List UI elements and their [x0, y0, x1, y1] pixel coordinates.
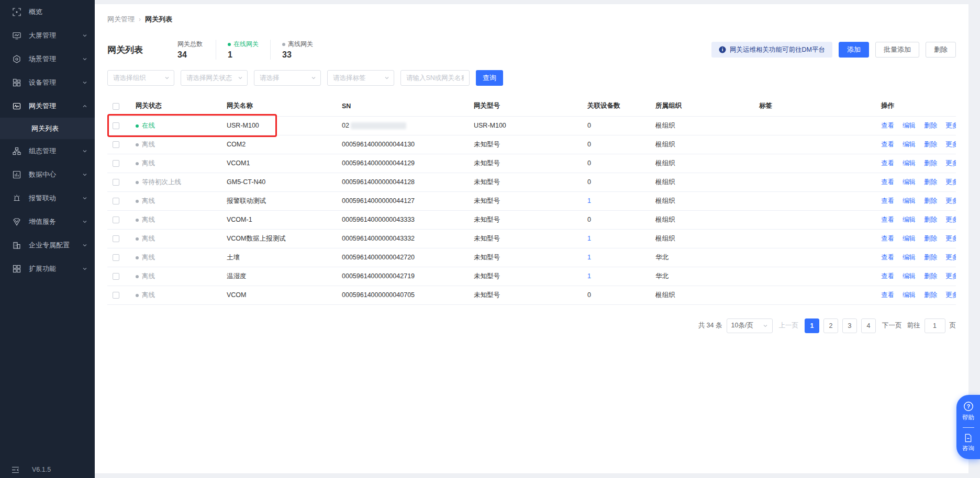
collapse-sidebar-icon[interactable] [12, 466, 19, 473]
action-more[interactable]: 更多 [945, 216, 956, 223]
gateway-status: 离线 [142, 272, 155, 280]
sn-search-input[interactable] [400, 70, 470, 86]
action-view[interactable]: 查看 [881, 160, 894, 167]
action-delete[interactable]: 删除 [924, 272, 937, 280]
sidebar-item-2[interactable]: 场景管理 [0, 47, 95, 71]
action-more[interactable]: 更多 [945, 122, 956, 129]
action-edit[interactable]: 编辑 [903, 216, 916, 223]
status-dot [136, 294, 139, 297]
org-select[interactable]: 请选择组织 [107, 70, 174, 86]
dm-platform-notice[interactable]: i 网关运维相关功能可前往DM平台 [711, 42, 832, 58]
action-view[interactable]: 查看 [881, 216, 894, 223]
action-more[interactable]: 更多 [945, 235, 956, 242]
action-view[interactable]: 查看 [881, 235, 894, 242]
svg-text:?: ? [966, 403, 970, 409]
row-checkbox[interactable] [113, 160, 119, 167]
action-edit[interactable]: 编辑 [903, 122, 916, 129]
action-more[interactable]: 更多 [945, 141, 956, 148]
action-view[interactable]: 查看 [881, 197, 894, 204]
row-checkbox[interactable] [113, 122, 119, 129]
goto-page-input[interactable] [925, 318, 945, 333]
delete-button[interactable]: 删除 [926, 42, 956, 58]
sidebar-subitem[interactable]: 网关列表 [0, 118, 95, 139]
breadcrumb-parent[interactable]: 网关管理 [107, 15, 135, 24]
page-button-1[interactable]: 1 [805, 318, 819, 333]
gateway-status-select[interactable]: 请选择网关状态 [181, 70, 248, 86]
page-button-4[interactable]: 4 [861, 318, 876, 333]
action-delete[interactable]: 删除 [924, 254, 937, 261]
row-checkbox[interactable] [113, 141, 119, 148]
action-more[interactable]: 更多 [945, 197, 956, 204]
row-checkbox[interactable] [113, 235, 119, 242]
add-button[interactable]: 添加 [839, 42, 869, 58]
help-label[interactable]: 帮助 [962, 414, 974, 422]
action-delete[interactable]: 删除 [924, 122, 937, 129]
action-more[interactable]: 更多 [945, 178, 956, 186]
action-view[interactable]: 查看 [881, 122, 894, 129]
action-delete[interactable]: 删除 [924, 235, 937, 242]
select-all-checkbox[interactable] [113, 103, 119, 110]
sidebar-item-5[interactable]: 组态管理 [0, 139, 95, 163]
action-more[interactable]: 更多 [945, 160, 956, 167]
action-edit[interactable]: 编辑 [903, 197, 916, 204]
action-more[interactable]: 更多 [945, 272, 956, 280]
gateway-status: 离线 [142, 141, 155, 148]
action-edit[interactable]: 编辑 [903, 141, 916, 148]
page-button-2[interactable]: 2 [823, 318, 838, 333]
device-count[interactable]: 1 [582, 229, 650, 248]
sidebar-item-6[interactable]: 数据中心 [0, 163, 95, 186]
action-more[interactable]: 更多 [945, 254, 956, 261]
row-checkbox[interactable] [113, 254, 119, 261]
action-more[interactable]: 更多 [945, 291, 956, 299]
page-button-3[interactable]: 3 [842, 318, 857, 333]
row-checkbox[interactable] [113, 292, 119, 299]
prev-page-button[interactable]: 上一页 [779, 321, 799, 330]
action-edit[interactable]: 编辑 [903, 178, 916, 186]
batch-add-button[interactable]: 批量添加 [875, 42, 919, 58]
sidebar-item-1[interactable]: 大屏管理 [0, 24, 95, 47]
row-checkbox[interactable] [113, 273, 119, 280]
model-select[interactable]: 请选择 [254, 70, 321, 86]
action-delete[interactable]: 删除 [924, 141, 937, 148]
action-edit[interactable]: 编辑 [903, 291, 916, 299]
stat-value: 33 [282, 50, 313, 60]
action-edit[interactable]: 编辑 [903, 272, 916, 280]
action-view[interactable]: 查看 [881, 272, 894, 280]
action-delete[interactable]: 删除 [924, 160, 937, 167]
row-checkbox[interactable] [113, 198, 119, 204]
sidebar-item-8[interactable]: 增值服务 [0, 210, 95, 233]
action-edit[interactable]: 编辑 [903, 235, 916, 242]
action-view[interactable]: 查看 [881, 254, 894, 261]
sidebar-item-10[interactable]: 扩展功能 [0, 257, 95, 280]
chevron-down-icon [82, 80, 87, 85]
sidebar-item-4[interactable]: 网关管理 [0, 94, 95, 118]
row-checkbox[interactable] [113, 217, 119, 223]
device-count[interactable]: 1 [582, 267, 650, 286]
page-size-select[interactable]: 10条/页 [727, 318, 773, 333]
consult-document-icon[interactable] [964, 434, 973, 442]
action-delete[interactable]: 删除 [924, 216, 937, 223]
query-button[interactable]: 查询 [476, 70, 503, 86]
sidebar-item-3[interactable]: 设备管理 [0, 71, 95, 94]
sidebar-item-7[interactable]: 报警联动 [0, 186, 95, 210]
action-delete[interactable]: 删除 [924, 178, 937, 186]
tag-select[interactable]: 请选择标签 [327, 70, 394, 86]
action-view[interactable]: 查看 [881, 141, 894, 148]
row-checkbox[interactable] [113, 179, 119, 186]
action-delete[interactable]: 删除 [924, 197, 937, 204]
table-row: 在线USR-M10002USR-M1000根组织查看编辑删除更多 [107, 116, 956, 135]
sidebar-item-9[interactable]: 企业专属配置 [0, 233, 95, 257]
help-question-icon[interactable]: ? [963, 401, 974, 412]
action-edit[interactable]: 编辑 [903, 254, 916, 261]
next-page-button[interactable]: 下一页 [882, 321, 902, 330]
table-row: 离线温湿度00059614000000042719未知型号1华北查看编辑删除更多 [107, 267, 956, 286]
action-delete[interactable]: 删除 [924, 291, 937, 299]
action-view[interactable]: 查看 [881, 291, 894, 299]
header-actions: i 网关运维相关功能可前往DM平台 添加 批量添加 删除 [711, 42, 956, 58]
consult-label[interactable]: 咨询 [962, 445, 974, 452]
sidebar-item-0[interactable]: 概览 [0, 0, 95, 24]
device-count[interactable]: 1 [582, 191, 650, 210]
device-count[interactable]: 1 [582, 248, 650, 267]
action-edit[interactable]: 编辑 [903, 160, 916, 167]
action-view[interactable]: 查看 [881, 178, 894, 186]
